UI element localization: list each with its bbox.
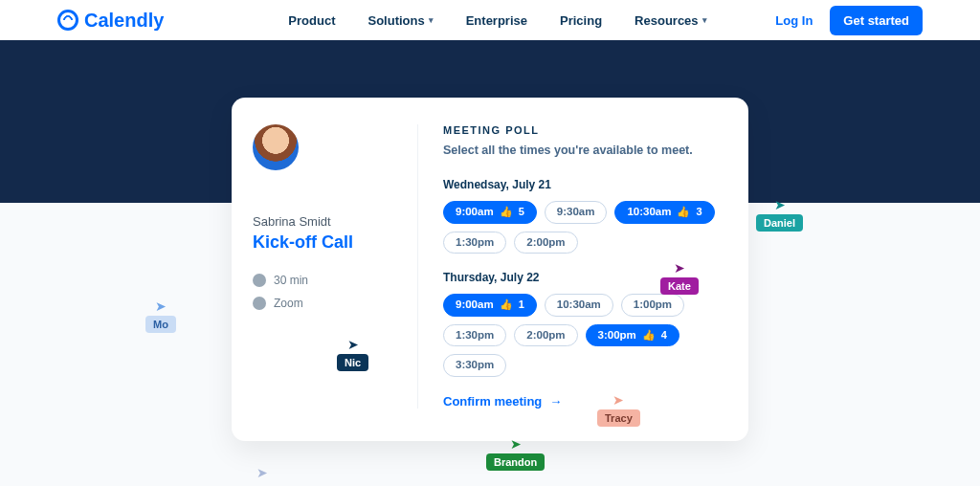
cursor-label: Daniel <box>756 214 803 232</box>
brand-logo-mark <box>57 10 78 31</box>
arrow-right-icon: → <box>549 394 562 409</box>
confirm-meeting-button[interactable]: Confirm meeting → <box>443 394 724 409</box>
time-slot[interactable]: 9:00am👍5 <box>443 201 537 224</box>
thumbs-up-icon: 👍 <box>642 330 656 341</box>
time-slot[interactable]: 3:00pm👍4 <box>586 324 679 347</box>
brand-logo[interactable]: Calendly <box>57 10 164 32</box>
slot-time: 3:00pm <box>598 330 636 342</box>
time-slot[interactable]: 9:30am <box>545 201 608 224</box>
slot-time: 9:00am <box>456 207 494 218</box>
cursor-label: Brandon <box>486 453 545 471</box>
time-slot[interactable]: 1:30pm <box>443 324 506 347</box>
time-slot[interactable]: 2:00pm <box>514 324 577 347</box>
meta-duration: 30 min <box>253 274 308 287</box>
time-slot[interactable]: 9:00am👍1 <box>443 294 537 317</box>
chevron-down-icon: ▾ <box>429 15 434 25</box>
time-slot[interactable]: 2:00pm <box>514 232 577 254</box>
slot-time: 2:00pm <box>526 330 565 342</box>
cursor-icon: ➤ <box>155 298 167 314</box>
slot-row: 9:00am👍59:30am10:30am👍31:30pm2:00pm <box>443 201 724 254</box>
meeting-poll-card: Sabrina Smidt Kick-off Call 30 min Zoom … <box>232 98 748 441</box>
vote-count: 1 <box>519 299 524 310</box>
clock-icon <box>253 274 266 287</box>
slot-time: 3:30pm <box>456 360 494 371</box>
time-slot[interactable]: 1:30pm <box>443 232 506 254</box>
cursor-icon: ➤ <box>774 197 786 212</box>
video-icon <box>253 297 266 310</box>
cursor-extra: ➤ <box>256 465 268 479</box>
thumbs-up-icon: 👍 <box>500 299 513 310</box>
day-label: Thursday, July 22 <box>443 271 724 284</box>
meta-location: Zoom <box>253 297 303 310</box>
nav-link-enterprise[interactable]: Enterprise <box>466 13 527 28</box>
poll-subtitle: Select all the times you're available to… <box>443 144 724 157</box>
top-nav: Calendly Product Solutions▾ Enterprise P… <box>0 0 980 40</box>
slot-time: 9:30am <box>557 207 595 218</box>
confirm-meeting-label: Confirm meeting <box>443 394 542 409</box>
slot-time: 2:00pm <box>526 237 565 249</box>
nav-link-product[interactable]: Product <box>288 13 335 28</box>
card-right-panel: MEETING POLL Select all the times you're… <box>418 124 748 409</box>
duration-text: 30 min <box>274 274 308 287</box>
get-started-button[interactable]: Get started <box>830 6 923 35</box>
card-left-panel: Sabrina Smidt Kick-off Call 30 min Zoom <box>232 124 418 409</box>
time-slot[interactable]: 10:30am👍3 <box>614 201 714 224</box>
time-slot[interactable]: 10:30am <box>545 294 613 317</box>
slot-time: 10:30am <box>557 299 601 311</box>
stage: Sabrina Smidt Kick-off Call 30 min Zoom … <box>0 98 980 479</box>
day-label: Wednedsay, July 21 <box>443 178 724 191</box>
time-slot[interactable]: 3:30pm <box>443 354 506 377</box>
cursor-brandon: ➤Brandon <box>486 436 545 471</box>
vote-count: 5 <box>519 207 524 217</box>
nav-link-pricing[interactable]: Pricing <box>560 13 602 28</box>
slot-row: 9:00am👍110:30am1:00pm1:30pm2:00pm3:00pm👍… <box>443 294 724 377</box>
slot-time: 9:00am <box>456 299 494 311</box>
cursor-mo: ➤Mo <box>145 298 176 333</box>
nav-links: Product Solutions▾ Enterprise Pricing Re… <box>288 13 706 28</box>
slot-time: 1:30pm <box>456 330 494 342</box>
vote-count: 3 <box>696 207 702 217</box>
time-slot[interactable]: 1:00pm <box>621 294 684 317</box>
nav-link-solutions[interactable]: Solutions▾ <box>368 13 433 28</box>
host-name: Sabrina Smidt <box>253 214 331 229</box>
vote-count: 4 <box>661 330 667 341</box>
nav-right: Log In Get started <box>775 6 923 35</box>
slot-time: 1:30pm <box>456 237 494 249</box>
thumbs-up-icon: 👍 <box>500 207 513 217</box>
slot-time: 10:30am <box>627 207 671 218</box>
cursor-daniel: ➤Daniel <box>756 197 803 232</box>
brand-name: Calendly <box>84 10 164 32</box>
host-avatar <box>253 124 299 170</box>
poll-title: MEETING POLL <box>443 124 724 136</box>
slot-time: 1:00pm <box>634 299 672 311</box>
event-title: Kick-off Call <box>253 232 353 253</box>
login-link[interactable]: Log In <box>775 13 813 28</box>
location-text: Zoom <box>274 297 303 310</box>
days-list: Wednedsay, July 219:00am👍59:30am10:30am👍… <box>443 178 724 377</box>
thumbs-up-icon: 👍 <box>677 207 690 217</box>
cursor-icon: ➤ <box>256 465 268 479</box>
cursor-label: Mo <box>145 316 176 333</box>
chevron-down-icon: ▾ <box>702 15 707 25</box>
nav-link-resources[interactable]: Resources▾ <box>635 13 706 28</box>
